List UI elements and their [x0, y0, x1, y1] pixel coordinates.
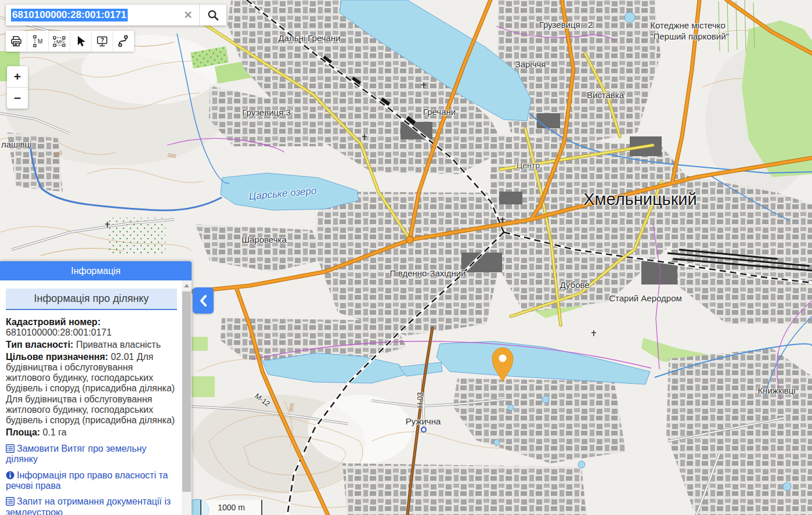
info-panel: Інформація Інформація про ділянку Кадаст…: [0, 261, 192, 515]
panel-links: Замовити Витяг про земельну ділянку Інфо…: [6, 444, 177, 515]
cursor-icon: [74, 35, 87, 48]
ownership-field: Тип власності: Приватна власність: [6, 340, 177, 350]
zoom-in-button[interactable]: +: [7, 66, 28, 88]
scrollbar-thumb[interactable]: [182, 291, 191, 492]
scroll-up-arrow-icon: [184, 284, 189, 287]
info-panel-body: Інформація про ділянку Кадастровий номер…: [0, 280, 182, 515]
ownership-label: Тип власності:: [6, 340, 73, 350]
chevron-left-icon: [199, 294, 208, 307]
scale-bar: 1000 m: [200, 500, 262, 515]
info-panel-title: Інформація: [0, 261, 192, 280]
search-button[interactable]: [200, 5, 226, 26]
purpose-label: Цільове призначення:: [6, 352, 108, 362]
search-bar: 6810100000:28:001:0171 ✕: [6, 5, 226, 26]
search-input-value: 6810100000:28:001:0171: [11, 9, 128, 21]
purpose-field: Цільове призначення: 02.01 Для будівницт…: [6, 352, 177, 426]
svg-text:M²: M²: [56, 38, 63, 45]
measure-area-button[interactable]: M²: [48, 31, 70, 52]
parcel-section-title: Інформація про ділянку: [6, 289, 177, 310]
ownership-value: Приватна власність: [76, 340, 161, 350]
cadastral-number-field: Кадастровий номер: 6810100000:28:001:017…: [6, 317, 177, 338]
ownership-info-link[interactable]: Інформація про право власності та речові…: [6, 470, 177, 492]
measure-area-icon: M²: [52, 35, 66, 48]
order-extract-link[interactable]: Замовити Витяг про земельну ділянку: [6, 444, 177, 465]
order-extract-link-text: Замовити Витяг про земельну ділянку: [6, 444, 146, 464]
search-input[interactable]: 6810100000:28:001:0171: [6, 5, 177, 26]
zoom-out-button[interactable]: −: [7, 88, 28, 109]
pointer-tool-button[interactable]: [70, 31, 91, 52]
scale-bar-label: 1000 m: [218, 503, 245, 512]
printer-icon: [10, 35, 23, 48]
panel-collapse-button[interactable]: [193, 287, 214, 314]
info-circle-icon: [6, 471, 15, 480]
print-button[interactable]: [6, 31, 27, 52]
area-field: Площа: 0.1 га: [6, 427, 177, 438]
document-list-icon: [6, 497, 15, 506]
measure-distance-button[interactable]: M: [27, 31, 48, 52]
area-label: Площа:: [6, 427, 40, 437]
map-toolbar: M M² ?: [6, 31, 134, 52]
identify-tool-button[interactable]: ?: [91, 31, 113, 52]
identify-monitor-icon: ?: [96, 35, 109, 48]
purpose-value: 02.01 Для будівництва і обслуговування ж…: [6, 352, 175, 424]
document-list-icon: [6, 444, 15, 453]
area-value: 0.1 га: [43, 427, 67, 437]
cadastral-number-value: 6810100000:28:001:0171: [6, 327, 111, 337]
clear-search-button[interactable]: ✕: [177, 5, 199, 26]
cadastral-map-app: Дальні Гречани Грузевиця 3 Гречани Грузе…: [0, 0, 812, 515]
svg-text:M: M: [38, 38, 42, 45]
documentation-request-link-text: Запит на отримання документації із земле…: [6, 496, 171, 515]
svg-text:?: ?: [100, 37, 104, 44]
panel-scrollbar[interactable]: [182, 280, 192, 515]
zoom-controls: + −: [7, 66, 28, 109]
route-icon: [117, 35, 131, 48]
ownership-info-link-text: Інформація про право власності та речові…: [6, 470, 168, 491]
scrollbar-up-button[interactable]: [182, 280, 192, 290]
cadastral-number-label: Кадастровий номер:: [6, 317, 100, 327]
measure-distance-icon: M: [31, 35, 44, 48]
search-icon: [207, 9, 219, 21]
location-marker-icon: [490, 347, 515, 386]
documentation-request-link[interactable]: Запит на отримання документації із земле…: [6, 496, 177, 515]
route-tool-button[interactable]: [113, 31, 134, 52]
